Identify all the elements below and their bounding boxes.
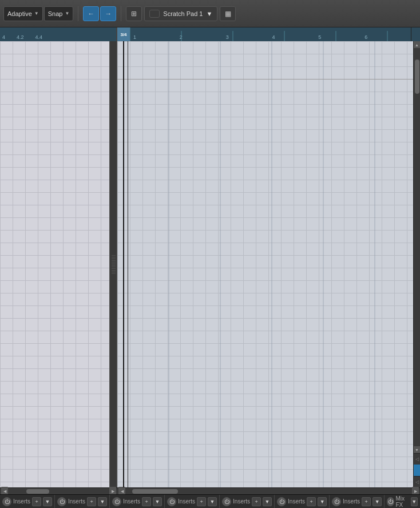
ruler-mark-44: 4.4 [35,34,43,40]
rulers-row: 4 4.2 4.4 3/4 1 2 3 4 5 6 [0,27,420,41]
power-btn-5[interactable]: ⏻ [277,497,286,506]
add-btn-4[interactable]: + [252,497,261,506]
ruler-mark-4: 4 [2,34,5,40]
bottom-section-3: ⏻ Inserts + ▼ [165,495,220,508]
inserts-label-3: Inserts [178,498,195,505]
left-column: |||||||||||| ◀ ▶ [0,41,117,494]
snap-arrow: ▼ [65,11,69,16]
right-col-inner: ▲ ▼ ◁ ◁ [117,41,420,487]
toolbar-nav-group: ← → [83,6,116,21]
side-extra-2: ◁ [414,476,420,487]
left-grid: |||||||||||| [0,41,116,487]
power-btn-1[interactable]: ⏻ [57,497,66,506]
arrow-left-icon: ← [88,10,94,18]
ruler-side-space [411,27,420,41]
playhead-line-2 [128,41,128,487]
arrow-btn-1[interactable]: ▼ [98,497,107,506]
power-btn-0[interactable]: ⏻ [2,497,11,506]
arrow-right-icon: → [105,10,112,18]
ruler-mark-3: 3 [226,34,272,40]
inserts-label-5: Inserts [288,498,305,505]
add-btn-6[interactable]: + [362,497,371,506]
film-icon: ▦ [225,10,231,18]
right-scroll-left[interactable]: ◀ [118,487,125,495]
vscroll-down[interactable]: ▼ [414,446,420,453]
ruler-mark-5: 5 [318,34,364,40]
bottom-section-mixfx: ⏻ Mix FX ▼ [385,495,420,508]
add-btn-1[interactable]: + [87,497,96,506]
arrow-btn-0[interactable]: ▼ [43,497,52,506]
left-scroll-left[interactable]: ◀ [1,487,8,495]
inserts-label-1: Inserts [68,498,85,505]
scratch-pad-grid-icon [149,10,160,18]
bottom-section-6: ⏻ Inserts + ▼ [330,495,385,508]
main-layout: Adaptive ▼ Snap ▼ ← → ⊞ [0,0,420,508]
power-btn-mixfx[interactable]: ⏻ [387,497,394,506]
add-btn-2[interactable]: + [142,497,151,506]
bottom-section-5: ⏻ Inserts + ▼ [275,495,330,508]
main-grid-area [117,41,413,487]
right-column: ▲ ▼ ◁ ◁ [117,41,420,494]
left-hscrollbar[interactable]: ◀ ▶ [0,487,117,494]
scratch-pad-button[interactable]: Scratch Pad 1 ▼ [144,6,217,21]
snap-dropdown[interactable]: Snap ▼ [44,6,74,21]
ruler-mark-4r: 4 [272,34,318,40]
content-area: |||||||||||| ◀ ▶ [0,41,420,494]
grid-view-btn[interactable]: ⊞ [126,6,142,21]
film-btn[interactable]: ▦ [220,6,236,21]
right-grid [117,41,413,487]
left-scroll-right[interactable]: ▶ [109,487,116,495]
add-btn-3[interactable]: + [197,497,206,506]
scratch-pad-label: Scratch Pad 1 [163,10,203,17]
toolbar: Adaptive ▼ Snap ▼ ← → ⊞ [0,0,420,27]
vscroll-thumb [415,59,419,94]
adaptive-arrow: ▼ [34,11,39,16]
playhead-marker: 3/4 [117,27,130,41]
ruler-mark-2: 2 [180,34,226,40]
inserts-label-0: Inserts [13,498,30,505]
vscroll-up[interactable]: ▲ [414,41,420,48]
ruler-mark-6: 6 [364,34,411,40]
right-scroll-right[interactable]: ▶ [412,487,419,495]
right-ruler: 3/4 1 2 3 4 5 6 [117,27,411,41]
right-vscrollbar[interactable]: ▲ ▼ ◁ ◁ [413,41,420,487]
arrow-btn-4[interactable]: ▼ [263,497,272,506]
inserts-label-2: Inserts [123,498,140,505]
snap-label: Snap [48,10,63,17]
adaptive-label: Adaptive [7,10,32,17]
playhead-label: 3/4 [120,32,126,37]
power-btn-4[interactable]: ⏻ [222,497,231,506]
separator-2 [121,6,121,21]
bottom-section-0: ⏻ Inserts + ▼ [0,495,55,508]
section-line [117,79,413,80]
arrow-btn-5[interactable]: ▼ [318,497,327,506]
side-accent-btn[interactable] [414,465,420,476]
bottom-section-2: ⏻ Inserts + ▼ [110,495,165,508]
arrow-right-btn[interactable]: → [100,6,116,21]
power-btn-3[interactable]: ⏻ [167,497,176,506]
right-hscroll-thumb [132,489,178,494]
bottom-bar: ⏻ Inserts + ▼ ⏻ Inserts + ▼ ⏻ Inserts + … [0,494,420,508]
ruler-mark-1: 1 [133,34,180,40]
add-btn-0[interactable]: + [32,497,41,506]
inserts-label-4: Inserts [233,498,250,505]
side-extra-1: ◁ [414,453,420,465]
vertical-strip-text: |||||||||||| [111,255,115,274]
arrow-btn-2[interactable]: ▼ [153,497,162,506]
arrow-btn-3[interactable]: ▼ [208,497,217,506]
bottom-section-1: ⏻ Inserts + ▼ [55,495,110,508]
power-btn-2[interactable]: ⏻ [112,497,121,506]
inserts-label-6: Inserts [343,498,360,505]
left-ruler: 4 4.2 4.4 [0,27,117,41]
right-hscrollbar[interactable]: ◀ ▶ [117,487,420,494]
left-edge-strip: |||||||||||| [109,41,116,487]
scratch-pad-arrow: ▼ [206,10,212,17]
power-btn-6[interactable]: ⏻ [332,497,341,506]
arrow-btn-6[interactable]: ▼ [373,497,382,506]
playhead-line [123,41,124,487]
arrow-left-btn[interactable]: ← [83,6,99,21]
arrow-btn-mixfx[interactable]: ▼ [411,497,418,506]
adaptive-dropdown[interactable]: Adaptive ▼ [3,6,43,21]
add-btn-5[interactable]: + [307,497,316,506]
grid-view-icon: ⊞ [131,10,137,18]
